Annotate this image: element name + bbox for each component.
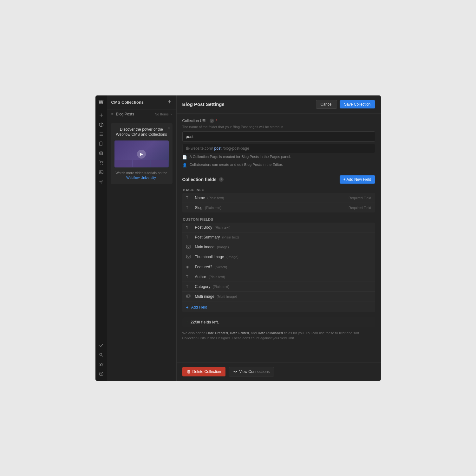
collection-url-section: Collection URL ? * The name of the folde… xyxy=(182,119,375,169)
svg-point-22 xyxy=(101,375,101,375)
icon-bar-top xyxy=(97,111,106,340)
fields-count-row: ↑ 22/30 fields left. xyxy=(182,317,375,327)
field-thumbnail-label: Thumbnail image (Image) xyxy=(195,255,371,259)
switch-icon: ◉ xyxy=(186,265,192,269)
field-slug-label: Slug (Plain text) xyxy=(195,205,345,210)
svg-point-12 xyxy=(101,164,101,165)
field-post-summary-label: Post Summary (Plain text) xyxy=(195,235,371,239)
help-icon-btn[interactable] xyxy=(97,369,106,378)
field-row-slug[interactable]: T Slug (Plain text) Required Field xyxy=(182,203,375,212)
add-field-inline-button[interactable]: + Add Field xyxy=(182,302,375,312)
view-connections-button[interactable]: View Connections xyxy=(229,367,274,376)
field-row-featured[interactable]: ◉ Featured? (Switch) xyxy=(182,262,375,272)
fields-count-text: 22/30 fields left. xyxy=(191,320,219,324)
delete-collection-button[interactable]: Delete Collection xyxy=(182,367,226,376)
svg-point-19 xyxy=(100,363,101,364)
info-text-1: A Collection Page is created for Blog Po… xyxy=(190,155,291,159)
app-window: W xyxy=(95,95,381,381)
field-type-label: (Plain text) xyxy=(207,196,224,200)
cart-icon-btn[interactable] xyxy=(97,158,106,167)
document-icon-btn[interactable] xyxy=(97,139,106,148)
webflow-university-link[interactable]: Webflow University xyxy=(126,176,156,179)
add-icon-btn[interactable] xyxy=(97,111,106,120)
svg-point-27 xyxy=(187,246,188,246)
url-input-field[interactable] xyxy=(182,131,375,142)
users-icon-btn[interactable] xyxy=(97,360,106,369)
url-help-icon[interactable]: ? xyxy=(210,119,214,123)
image-icon-btn[interactable] xyxy=(97,168,106,177)
svg-line-18 xyxy=(101,355,103,356)
cube-icon-btn[interactable] xyxy=(97,120,106,129)
user-info-icon: 👤 xyxy=(182,163,187,167)
field-row-name[interactable]: T Name (Plain text) Required Field xyxy=(182,193,375,203)
video-thumbnails xyxy=(114,160,169,167)
svg-point-36 xyxy=(234,371,235,372)
settings-icon-btn[interactable] xyxy=(97,177,106,186)
tutorial-video[interactable]: ▶ xyxy=(114,140,169,167)
main-header: Blog Post Settings Cancel Save Collectio… xyxy=(177,95,381,114)
text-type-icon-slug: T xyxy=(186,205,192,210)
tutorial-close-button[interactable]: × xyxy=(167,126,170,130)
fields-help-icon[interactable]: ? xyxy=(219,177,224,182)
text-type-icon-name: T xyxy=(186,196,192,200)
content-area: Collection URL ? * The name of the folde… xyxy=(177,114,381,362)
info-row-2: 👤 Collaborators can create and edit Blog… xyxy=(182,161,375,169)
svg-rect-5 xyxy=(100,133,103,133)
svg-rect-6 xyxy=(100,134,103,134)
svg-rect-7 xyxy=(100,135,103,136)
trash-icon xyxy=(187,370,191,374)
image-icon-main xyxy=(186,245,192,249)
add-new-field-button[interactable]: + Add New Field xyxy=(340,175,375,184)
text-icon-summary: T xyxy=(186,235,192,239)
text-icon-author: T xyxy=(186,275,192,279)
field-row-main-image[interactable]: Main image (Image) xyxy=(182,242,375,252)
field-row-post-summary[interactable]: T Post Summary (Plain text) xyxy=(182,232,375,242)
field-row-thumbnail[interactable]: Thumbnail image (Image) xyxy=(182,252,375,262)
info-row-1: 📄 A Collection Page is created for Blog … xyxy=(182,153,375,161)
basic-info-label: Basic info xyxy=(182,188,375,192)
cancel-button[interactable]: Cancel xyxy=(316,100,337,109)
basic-fields-list: T Name (Plain text) Required Field T Slu… xyxy=(182,193,375,212)
basic-info-group: Basic info T Name (Plain text) Required … xyxy=(182,188,375,212)
video-thumb-2 xyxy=(133,160,150,167)
field-category-label: Category (Plain text) xyxy=(195,284,371,289)
sidebar-item-blog-posts[interactable]: ≡ Blog Posts No Items › xyxy=(107,109,176,119)
add-field-plus-icon: + xyxy=(186,305,189,310)
sidebar-item-count: No Items xyxy=(155,112,169,116)
svg-point-17 xyxy=(100,353,102,355)
url-required-indicator: * xyxy=(216,119,218,123)
collection-icon: ≡ xyxy=(111,112,114,116)
tutorial-card: × Discover the power of the Webflow CMS … xyxy=(111,123,173,184)
info-text-2: Collaborators can create and edit Blog P… xyxy=(190,163,283,166)
page-info-icon: 📄 xyxy=(182,155,187,160)
field-row-multi-image[interactable]: Multi image (Multi-image) xyxy=(182,292,375,302)
save-collection-button[interactable]: Save Collection xyxy=(340,100,375,108)
svg-point-13 xyxy=(102,164,103,165)
sidebar-add-button[interactable] xyxy=(167,99,172,105)
field-row-category[interactable]: T Category (Plain text) xyxy=(182,282,375,292)
video-play-icon[interactable]: ▶ xyxy=(137,150,146,159)
sidebar: CMS Collections ≡ Blog Posts No Items › … xyxy=(107,95,177,381)
rich-text-icon: ¶ xyxy=(186,225,192,229)
tutorial-title: Discover the power of the Webflow CMS an… xyxy=(114,127,169,138)
field-slug-type-label: (Plain text) xyxy=(205,206,222,210)
url-help-text: The name of the folder that your Blog Po… xyxy=(182,125,375,129)
stack-icon-btn[interactable] xyxy=(97,149,106,158)
video-thumb-1 xyxy=(115,160,132,167)
search-icon-btn[interactable] xyxy=(97,350,106,359)
url-preview: website.com/post/blog-post-page xyxy=(182,144,375,153)
field-slug-required-badge: Required Field xyxy=(349,206,371,210)
field-author-label: Author (Plain text) xyxy=(195,275,371,279)
field-row-author[interactable]: T Author (Plain text) xyxy=(182,272,375,282)
bottom-actions: Delete Collection View Connections xyxy=(177,362,381,381)
text-icon-category: T xyxy=(186,284,192,289)
header-actions: Cancel Save Collection xyxy=(316,100,375,109)
fields-title-row: Collection fields ? xyxy=(182,177,224,182)
icon-bar: W xyxy=(95,95,107,381)
field-row-post-body[interactable]: ¶ Post Body (Rich text) xyxy=(182,223,375,232)
svg-point-37 xyxy=(236,371,237,372)
connections-icon xyxy=(233,370,237,374)
list-icon-btn[interactable] xyxy=(97,130,106,139)
sidebar-header: CMS Collections xyxy=(107,95,176,109)
checkmark-icon-btn[interactable] xyxy=(97,341,106,350)
